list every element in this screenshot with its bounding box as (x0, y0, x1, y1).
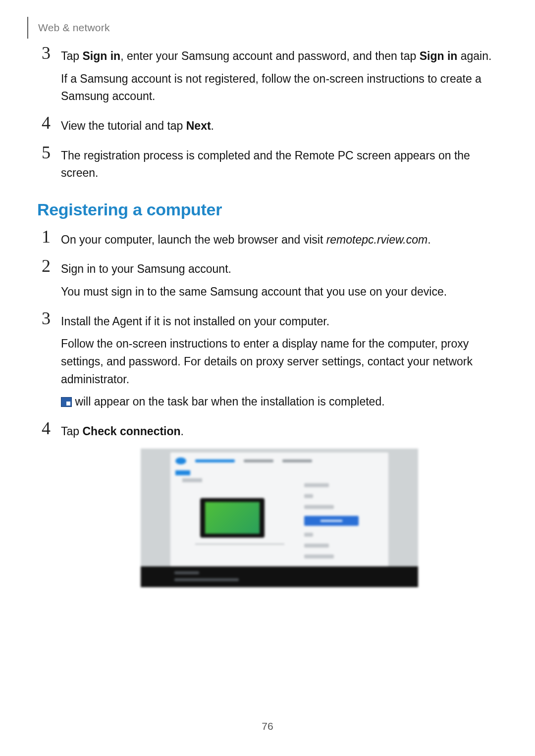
steps-registering: 1 On your computer, launch the web brows… (37, 231, 498, 587)
text: . (181, 425, 184, 438)
text: will appear on the task bar when the ins… (72, 395, 385, 408)
step-text: Sign in to your Samsung account. (61, 260, 498, 278)
text: On your computer, launch the web browser… (61, 233, 326, 246)
text-bold: Next (186, 119, 211, 132)
step-4: 4 View the tutorial and tap Next. (37, 117, 498, 135)
screenshot-container (61, 449, 498, 587)
step-number: 3 (37, 308, 55, 329)
step-number: 3 (37, 43, 55, 63)
step-text: Install the Agent if it is not installed… (61, 313, 498, 331)
step-b1: 1 On your computer, launch the web brows… (37, 231, 498, 249)
breadcrumb: Web & network (38, 22, 110, 34)
step-number: 5 (37, 142, 55, 163)
text: , enter your Samsung account and passwor… (120, 50, 420, 62)
step-b4: 4 Tap Check connection. (37, 423, 498, 587)
step-text: On your computer, launch the web browser… (61, 231, 498, 249)
page-number: 76 (0, 720, 535, 732)
step-text: Follow the on-screen instructions to ent… (61, 335, 498, 388)
text: . (211, 119, 214, 132)
text-italic: remotepc.rview.com (326, 233, 428, 246)
text-bold: Check connection (82, 425, 180, 438)
text: again. (457, 50, 491, 62)
text: . (428, 233, 430, 246)
section-heading: Registering a computer (37, 200, 498, 219)
step-text: If a Samsung account is not registered, … (61, 70, 498, 105)
page-header: Web & network (27, 17, 110, 39)
text-bold: Sign in (420, 50, 458, 62)
step-number: 4 (37, 418, 55, 439)
step-b2: 2 Sign in to your Samsung account. You m… (37, 260, 498, 301)
text: Tap (61, 50, 82, 62)
step-number: 1 (37, 226, 55, 247)
step-text: View the tutorial and tap Next. (61, 117, 498, 135)
header-rule (27, 17, 28, 39)
remotepc-screenshot (141, 449, 418, 587)
page-content: 3 Tap Sign in, enter your Samsung accoun… (37, 48, 498, 599)
step-text: The registration process is completed an… (61, 147, 498, 182)
step-b3: 3 Install the Agent if it is not install… (37, 313, 498, 411)
agent-taskbar-icon (61, 397, 72, 407)
step-text: Tap Sign in, enter your Samsung account … (61, 48, 498, 65)
step-number: 4 (37, 112, 55, 133)
step-text: will appear on the task bar when the ins… (61, 393, 498, 411)
step-text: Tap Check connection. (61, 423, 498, 441)
step-text: You must sign in to the same Samsung acc… (61, 283, 498, 301)
text: Tap (61, 425, 82, 438)
step-5: 5 The registration process is completed … (37, 147, 498, 182)
step-3: 3 Tap Sign in, enter your Samsung accoun… (37, 48, 498, 105)
steps-continued: 3 Tap Sign in, enter your Samsung accoun… (37, 48, 498, 182)
text-bold: Sign in (82, 50, 120, 62)
text: View the tutorial and tap (61, 119, 186, 132)
step-number: 2 (37, 255, 55, 276)
